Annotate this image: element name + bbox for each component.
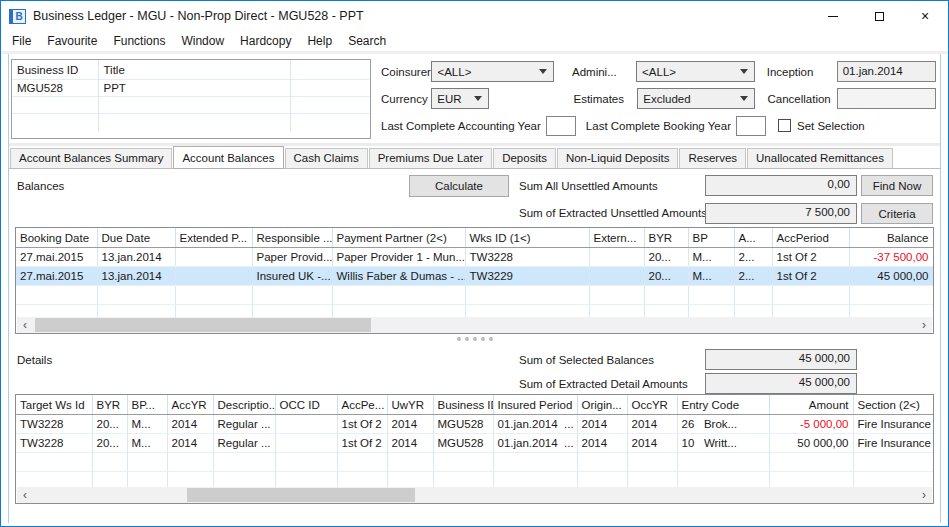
table-cell[interactable]: M... — [688, 248, 734, 267]
table-cell[interactable]: 2014 — [627, 415, 677, 434]
column-header[interactable]: Section (2<) — [853, 395, 933, 415]
column-header[interactable]: Extern... — [589, 228, 644, 248]
table-cell[interactable]: 2014 — [577, 415, 627, 434]
estimates-select[interactable]: Excluded — [637, 88, 755, 109]
column-header[interactable]: OccYR — [627, 395, 677, 415]
table-cell[interactable]: 2014 — [387, 415, 433, 434]
column-header[interactable]: BYR — [644, 228, 688, 248]
table-cell[interactable]: Fire Insurance — [853, 434, 933, 453]
table-cell[interactable]: 2... — [734, 267, 772, 286]
table-cell[interactable]: 20... — [644, 248, 688, 267]
column-header[interactable]: Payment Partner (2<) — [332, 228, 465, 248]
table-row[interactable]: 27.mai.201513.jan.2014 Paper Provid...Pa… — [16, 248, 933, 267]
column-header[interactable]: AccYR — [167, 395, 213, 415]
tab-non-liquid-deposits[interactable]: Non-Liquid Deposits — [557, 148, 679, 168]
column-header[interactable]: A... — [734, 228, 772, 248]
calculate-button[interactable]: Calculate — [409, 175, 509, 197]
column-header[interactable]: Origin... — [577, 395, 627, 415]
table-cell[interactable]: 45 000,00 — [849, 267, 933, 286]
currency-select[interactable]: EUR — [431, 88, 489, 109]
table-cell[interactable]: Regular ... — [213, 434, 275, 453]
table-cell[interactable]: 10 Writt... — [677, 434, 769, 453]
tab-account-balances[interactable]: Account Balances — [173, 146, 283, 169]
table-row[interactable]: 27.mai.201513.jan.2014 Insured UK -...Wi… — [16, 267, 933, 286]
table-row[interactable]: MGU528PPT — [12, 80, 370, 97]
menu-item-hardcopy[interactable]: Hardcopy — [232, 31, 299, 51]
column-header[interactable]: Balance — [849, 228, 933, 248]
menu-item-search[interactable]: Search — [340, 31, 394, 51]
table-cell[interactable] — [275, 434, 337, 453]
tab-unallocated-remittances[interactable]: Unallocated Remittances — [747, 148, 893, 168]
table-cell[interactable]: 50 000,00 — [769, 434, 853, 453]
table-cell[interactable] — [275, 415, 337, 434]
table-cell[interactable]: 01.jan.2014 ... — [493, 415, 577, 434]
table-cell[interactable]: 1st Of 2 — [337, 415, 387, 434]
minimize-button[interactable] — [810, 1, 856, 31]
table-cell[interactable]: 27.mai.2015 — [16, 248, 97, 267]
scrollbar-thumb[interactable] — [35, 318, 371, 332]
table-cell[interactable]: 26 Brok... — [677, 415, 769, 434]
column-header[interactable]: Wks ID (1<) — [465, 228, 589, 248]
tab-cash-claims[interactable]: Cash Claims — [285, 148, 368, 168]
table-cell[interactable]: 20... — [92, 415, 127, 434]
table-cell[interactable]: 01.jan.2014 ... — [493, 434, 577, 453]
set-selection-checkbox[interactable] — [778, 119, 791, 132]
table-cell[interactable]: 13.jan.2014 — [97, 248, 175, 267]
inception-field[interactable]: 01.jan.2014 — [837, 61, 936, 82]
cancellation-field[interactable] — [837, 88, 936, 109]
table-cell[interactable]: 2014 — [577, 434, 627, 453]
menu-item-favourite[interactable]: Favourite — [39, 31, 105, 51]
coinsurer-select[interactable]: <ALL> — [431, 61, 554, 82]
table-cell[interactable]: 1st Of 2 — [772, 248, 849, 267]
column-header[interactable]: BYR — [92, 395, 127, 415]
table-cell[interactable]: TW3228 — [465, 248, 589, 267]
tab-deposits[interactable]: Deposits — [493, 148, 556, 168]
column-header[interactable]: Extended P... — [175, 228, 252, 248]
last-booking-year-field[interactable] — [736, 116, 766, 136]
table-cell[interactable]: TW3229 — [465, 267, 589, 286]
table-cell[interactable]: Insured UK -... — [252, 267, 332, 286]
criteria-button[interactable]: Criteria — [861, 203, 933, 224]
column-header[interactable]: Descriptio... — [213, 395, 275, 415]
menu-item-window[interactable]: Window — [173, 31, 232, 51]
table-cell[interactable]: MGU528 — [12, 80, 98, 97]
scroll-right-icon[interactable]: › — [916, 487, 932, 503]
menu-item-help[interactable]: Help — [299, 31, 340, 51]
table-cell[interactable]: M... — [688, 267, 734, 286]
tab-account-balances-summary[interactable]: Account Balances Summary — [10, 148, 172, 168]
table-row[interactable]: TW322820...M...2014Regular ... 1st Of 22… — [16, 434, 933, 453]
balances-grid-hscrollbar[interactable]: ‹ › — [17, 317, 932, 333]
table-cell[interactable]: 27.mai.2015 — [16, 267, 97, 286]
table-cell[interactable]: Fire Insurance — [853, 415, 933, 434]
splitter-handle[interactable] — [9, 334, 940, 344]
column-header[interactable] — [290, 60, 370, 80]
find-now-button[interactable]: Find Now — [861, 175, 933, 196]
table-cell[interactable] — [589, 248, 644, 267]
table-cell[interactable]: M... — [127, 415, 167, 434]
table-cell[interactable]: Regular ... — [213, 415, 275, 434]
scroll-right-icon[interactable]: › — [916, 317, 932, 333]
last-accounting-year-field[interactable] — [546, 116, 576, 136]
column-header[interactable]: Responsible ... — [252, 228, 332, 248]
table-cell[interactable]: -5 000,00 — [769, 415, 853, 434]
tab-premiums-due-later[interactable]: Premiums Due Later — [369, 148, 492, 168]
table-row[interactable]: TW322820...M...2014Regular ... 1st Of 22… — [16, 415, 933, 434]
column-header[interactable]: BP... — [127, 395, 167, 415]
column-header[interactable]: Business ID — [433, 395, 493, 415]
table-cell[interactable]: MGU528 — [433, 434, 493, 453]
column-header[interactable]: OCC ID — [275, 395, 337, 415]
table-cell[interactable]: Paper Provid... — [252, 248, 332, 267]
table-cell[interactable]: TW3228 — [16, 415, 92, 434]
column-header[interactable]: Insured Period — [493, 395, 577, 415]
column-header[interactable]: Due Date — [97, 228, 175, 248]
column-header[interactable]: Target Ws Id — [16, 395, 92, 415]
column-header[interactable]: Amount — [769, 395, 853, 415]
column-header[interactable]: AccPeriod — [772, 228, 849, 248]
administrator-select[interactable]: <ALL> — [636, 61, 755, 82]
table-cell[interactable]: 1st Of 2 — [772, 267, 849, 286]
table-cell[interactable]: 13.jan.2014 — [97, 267, 175, 286]
table-cell[interactable]: PPT — [98, 80, 290, 97]
table-cell[interactable]: Paper Provider 1 - Mun... — [332, 248, 465, 267]
scrollbar-thumb[interactable] — [187, 488, 415, 502]
column-header[interactable]: Business ID — [12, 60, 98, 80]
